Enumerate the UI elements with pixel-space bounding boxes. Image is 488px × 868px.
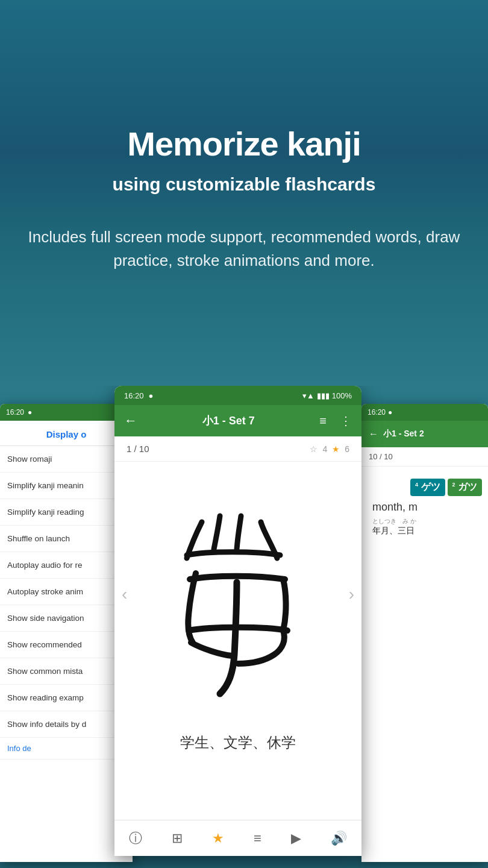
left-status-bar: 16:20 ● — [0, 404, 133, 421]
vocab-badges: 4 ゲツ 2 ガツ — [410, 479, 482, 496]
play-icon[interactable]: ▶ — [291, 831, 301, 846]
settings-item-info-details[interactable]: Show info details by d — [0, 711, 133, 738]
grid-icon[interactable]: ⊞ — [172, 831, 183, 846]
wifi-icon: ▾▲ — [302, 391, 314, 400]
center-status-left: 16:20 ● — [124, 391, 153, 400]
right-toolbar-title: 小1 - Set 2 — [383, 429, 481, 439]
right-status-icon: ● — [388, 408, 392, 417]
settings-item-autoplay-stroke[interactable]: Autoplay stroke anim — [0, 579, 133, 605]
badge-getsu: 4 ゲツ — [410, 479, 445, 496]
hero-description: Includes full screen mode support, recom… — [24, 225, 464, 272]
kanji-svg — [154, 486, 322, 703]
hero-subtitle: using customizable flashcards — [113, 174, 376, 195]
left-content: Display o Show romaji Simplify kanji mea… — [0, 421, 133, 760]
info-icon[interactable]: ⓘ — [129, 829, 142, 848]
phone-left: 16:20 ● Display o Show romaji Simplify k… — [0, 404, 133, 862]
badge-gatsu: 2 ガツ — [448, 479, 482, 496]
center-toolbar: ← 小1 - Set 7 ≡ ⋮ — [114, 405, 361, 436]
nav-right-arrow[interactable]: › — [349, 585, 354, 604]
center-status-bar: 16:20 ● ▾▲ ▮▮▮ 100% — [114, 386, 361, 405]
flashcard-body: ‹ — [114, 462, 361, 727]
settings-item-common-mista[interactable]: Show common mista — [0, 658, 133, 685]
settings-item-romaji[interactable]: Show romaji — [0, 446, 133, 473]
screenshots-area: 16:20 ● Display o Show romaji Simplify k… — [0, 386, 488, 868]
counter-text: 1 / 10 — [127, 444, 149, 454]
right-card-body: ‹ 4 ゲツ 2 ガツ month, m としつき み か 年月、三日 — [361, 467, 488, 542]
kanji-row: 年月、三日 — [368, 526, 414, 536]
left-time: 16:20 — [6, 408, 24, 417]
card-stars: ☆ 4 ★ 6 — [310, 444, 349, 454]
right-status-bar: 16:20 ● — [361, 404, 488, 421]
right-back-icon[interactable]: ← — [369, 429, 378, 439]
left-status-icon: ● — [28, 408, 32, 417]
settings-item-side-nav[interactable]: Show side navigation — [0, 605, 133, 632]
right-toolbar: ← 小1 - Set 2 — [361, 421, 488, 447]
sound-icon[interactable]: 🔊 — [331, 831, 347, 846]
phone-center: 16:20 ● ▾▲ ▮▮▮ 100% ← 小1 - Set 7 ≡ ⋮ 1 /… — [114, 386, 361, 856]
hero-section: Memorize kanji using customizable flashc… — [0, 0, 488, 386]
list-icon-bottom[interactable]: ≡ — [254, 831, 261, 846]
furigana-row: としつき み か — [368, 517, 416, 526]
back-icon[interactable]: ← — [124, 413, 137, 429]
star-icon[interactable]: ★ — [212, 831, 224, 846]
star-filled-icon: ★ — [332, 444, 340, 454]
kanji-words: 学生、文学、休学 — [114, 727, 361, 762]
month-text: month, m — [368, 501, 418, 514]
settings-header: Display o — [0, 421, 133, 446]
center-status-icon: ● — [149, 391, 154, 400]
center-toolbar-title: 小1 - Set 7 — [146, 414, 311, 428]
right-time: 16:20 — [368, 408, 386, 417]
battery-level: 100% — [332, 391, 352, 400]
settings-item-recommended[interactable]: Show recommended — [0, 632, 133, 658]
center-time: 16:20 — [124, 391, 144, 400]
center-status-right: ▾▲ ▮▮▮ 100% — [302, 391, 352, 400]
settings-item-shuffle[interactable]: Shuffle on launch — [0, 526, 133, 552]
right-counter: 10 / 10 — [361, 447, 488, 467]
phone-right: 16:20 ● ← 小1 - Set 2 10 / 10 ‹ 4 ゲツ 2 ガツ… — [361, 404, 488, 862]
card-counter: 1 / 10 ☆ 4 ★ 6 — [114, 436, 361, 462]
star-fill-count: 6 — [345, 444, 349, 454]
bottom-toolbar: ⓘ ⊞ ★ ≡ ▶ 🔊 — [114, 820, 361, 856]
star-empty-icon: ☆ — [310, 444, 318, 454]
list-icon[interactable]: ≡ — [319, 414, 327, 428]
nav-left-arrow[interactable]: ‹ — [122, 585, 127, 604]
settings-item-info-de[interactable]: Info de — [0, 738, 133, 760]
star-count: 4 — [322, 444, 327, 454]
settings-item-simplify-meaning[interactable]: Simplify kanji meanin — [0, 473, 133, 499]
more-icon[interactable]: ⋮ — [340, 414, 352, 428]
signal-icon: ▮▮▮ — [317, 391, 330, 400]
kanji-character — [148, 480, 328, 709]
hero-title: Memorize kanji — [127, 125, 360, 163]
settings-item-autoplay-audio[interactable]: Autoplay audio for re — [0, 552, 133, 579]
settings-item-reading-examples[interactable]: Show reading examp — [0, 685, 133, 711]
settings-item-simplify-reading[interactable]: Simplify kanji reading — [0, 499, 133, 526]
